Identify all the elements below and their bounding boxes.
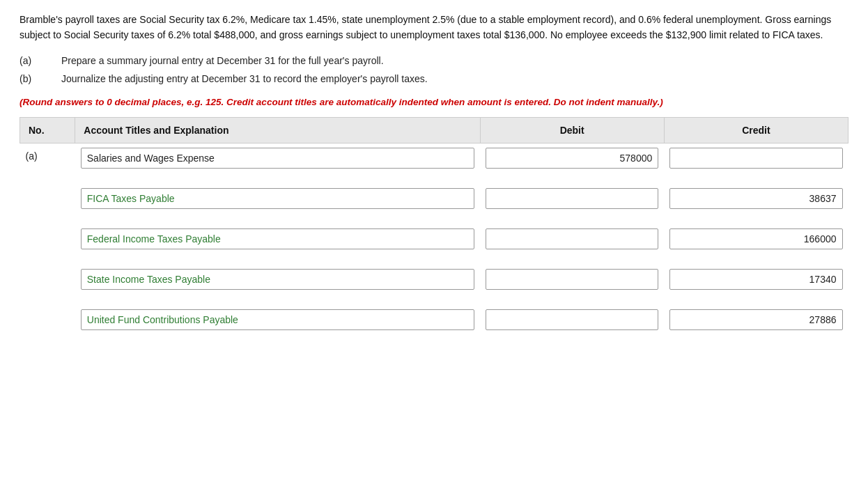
row-no (20, 224, 75, 254)
row-no (20, 305, 75, 334)
account-title-input[interactable] (81, 269, 474, 290)
col-no: No. (20, 118, 75, 143)
question-b-text: Journalize the adjusting entry at Decemb… (61, 73, 428, 84)
col-account: Account Titles and Explanation (75, 118, 480, 143)
journal-table: No. Account Titles and Explanation Debit… (20, 117, 848, 334)
account-title-input[interactable] (81, 228, 474, 249)
table-row (20, 305, 848, 334)
table-row (20, 184, 848, 213)
question-a-label: (a) (20, 55, 61, 66)
question-b: (b) Journalize the adjusting entry at De… (20, 73, 848, 84)
col-credit: Credit (664, 118, 848, 143)
debit-input[interactable] (486, 188, 658, 209)
instruction-text: (Round answers to 0 decimal places, e.g.… (20, 97, 848, 107)
debit-input[interactable] (486, 228, 658, 249)
account-title-input[interactable] (81, 148, 474, 169)
row-no (20, 265, 75, 294)
question-a: (a) Prepare a summary journal entry at D… (20, 55, 848, 66)
credit-input[interactable] (669, 269, 842, 290)
row-no (20, 184, 75, 213)
row-no: (a) (20, 143, 75, 173)
question-b-label: (b) (20, 73, 61, 84)
table-row (20, 224, 848, 254)
debit-input[interactable] (486, 309, 658, 330)
col-debit: Debit (480, 118, 664, 143)
table-header-row: No. Account Titles and Explanation Debit… (20, 118, 848, 143)
table-row: (a) (20, 143, 848, 173)
credit-input[interactable] (669, 228, 842, 249)
credit-input[interactable] (669, 148, 842, 169)
intro-paragraph: Bramble's payroll taxes are Social Secur… (20, 13, 848, 42)
table-row (20, 265, 848, 294)
credit-input[interactable] (669, 309, 842, 330)
debit-input[interactable] (486, 148, 658, 169)
debit-input[interactable] (486, 269, 658, 290)
account-title-input[interactable] (81, 309, 474, 330)
credit-input[interactable] (669, 188, 842, 209)
question-a-text: Prepare a summary journal entry at Decem… (61, 55, 384, 66)
account-title-input[interactable] (81, 188, 474, 209)
